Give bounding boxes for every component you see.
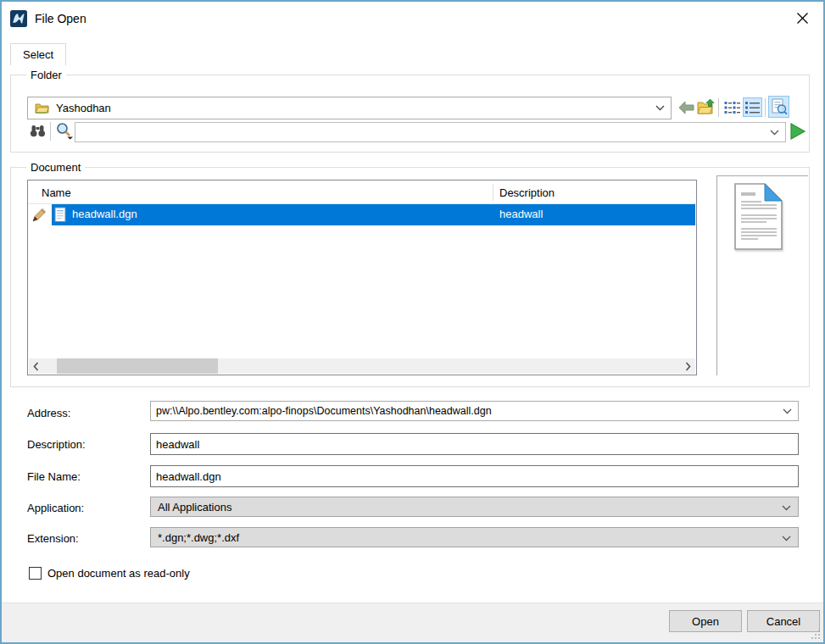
details-view-button[interactable] [743,97,762,117]
file-open-dialog: File Open Select Folder Yashodhan [0,0,825,644]
file-name-input[interactable] [150,465,799,487]
chevron-down-icon [782,536,791,541]
toolbar-separator [718,98,719,117]
chevron-down-icon [783,408,792,414]
column-header-name[interactable]: Name [42,186,71,199]
folder-path-value: Yashodhan [56,102,111,114]
tab-select-label: Select [23,48,53,61]
extension-label: Extension: [27,532,79,545]
column-divider[interactable] [493,184,493,201]
resize-grip[interactable] [810,629,821,640]
address-value: pw:\\Alpo.bentley.com:alpo-finops\Docume… [156,405,492,417]
cell-document-name: headwall.dgn [72,208,137,220]
close-button[interactable] [788,5,817,31]
horizontal-scrollbar[interactable] [29,358,695,374]
window-title: File Open [35,12,86,25]
cell-document-description: headwall [499,208,543,220]
chevron-down-icon [655,105,665,111]
search-combo-chevron[interactable] [764,123,785,142]
application-dropdown[interactable]: All Applications [150,497,799,517]
table-header: Name Description [28,180,696,204]
open-folder-icon [35,103,49,114]
application-label: Application: [27,502,84,514]
find-button[interactable] [29,122,47,139]
folder-path-combo[interactable]: Yashodhan [27,97,672,119]
search-magnifier-icon [55,122,74,140]
binoculars-icon [30,125,46,137]
preview-pane-button[interactable] [768,96,789,118]
address-combo-chevron[interactable] [777,402,798,420]
search-builder-button[interactable] [53,121,75,141]
back-arrow-icon [678,101,694,114]
back-button[interactable] [677,98,695,117]
extension-value: *.dgn;*.dwg;*.dxf [158,531,239,544]
scroll-right-icon [685,362,691,371]
table-row[interactable]: headwall.dgn headwall [28,204,696,225]
application-dropdown-chevron[interactable] [775,501,798,514]
document-preview-pane [716,175,808,375]
scroll-left-button[interactable] [29,358,43,374]
app-logo-icon [10,10,27,27]
cancel-button-label: Cancel [766,615,800,628]
extension-dropdown[interactable]: *.dgn;*.dwg;*.dxf [150,527,799,547]
column-header-description[interactable]: Description [499,186,555,199]
scrollbar-thumb[interactable] [57,358,218,374]
open-button-label: Open [692,615,719,628]
description-input[interactable] [150,433,799,455]
preview-pane-icon [771,98,788,115]
open-button[interactable]: Open [669,610,742,632]
address-label: Address: [27,407,70,419]
read-only-row: Open document as read-only [29,567,190,580]
go-search-button[interactable] [789,120,807,142]
dgn-document-icon [54,207,66,223]
toolbar-separator [50,122,51,141]
small-icons-view-button[interactable] [722,97,742,117]
folder-group-label: Folder [26,69,66,81]
chevron-down-icon [782,505,791,511]
up-one-level-button[interactable] [696,96,716,117]
title-bar: File Open [2,2,823,36]
scrollbar-track[interactable] [43,358,681,374]
scroll-left-icon [33,362,39,371]
document-preview-icon [733,182,784,252]
row-selection-highlight [52,204,695,225]
search-combo[interactable] [75,122,786,142]
close-icon [796,12,809,25]
document-group-label: Document [26,161,85,174]
application-value: All Applications [158,501,231,514]
details-view-icon [744,101,761,114]
description-label: Description: [27,438,86,451]
read-only-checkbox-label[interactable]: Open document as read-only [47,567,190,580]
folder-path-dropdown-chevron[interactable] [649,97,671,119]
tab-select[interactable]: Select [10,43,66,65]
small-icons-view-icon [724,101,740,114]
footer-bar: Open Cancel [2,602,823,642]
address-combo[interactable]: pw:\\Alpo.bentley.com:alpo-finops\Docume… [150,401,799,421]
file-name-label: File Name: [27,470,81,483]
scroll-right-button[interactable] [681,358,695,374]
pencil-checked-out-icon [32,208,47,222]
document-table: Name Description headwall.dgn headwall [27,180,697,375]
chevron-down-icon [770,130,779,136]
folder-up-icon [697,98,715,114]
go-green-arrow-icon [789,122,806,141]
read-only-checkbox[interactable] [29,567,42,580]
toolbar-separator [765,98,766,117]
extension-dropdown-chevron[interactable] [775,531,798,544]
